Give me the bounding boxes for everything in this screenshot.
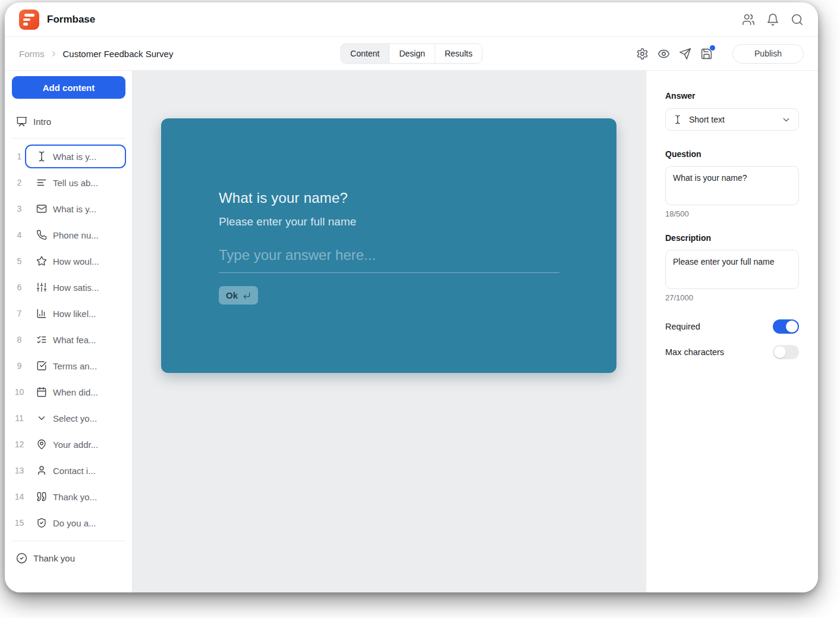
sidebar-item-3[interactable]: What is y... (25, 197, 126, 221)
description-input[interactable]: Please enter your full name (665, 250, 799, 289)
sidebar-item-5[interactable]: How woul... (25, 249, 126, 273)
brand-name: Formbase (47, 14, 95, 26)
app-header: Formbase (5, 2, 818, 37)
item-label: Your addr... (53, 440, 98, 450)
breadcrumb: Forms Customer Feedback Survey (19, 49, 173, 59)
item-label: How satis... (53, 283, 99, 293)
item-label: How woul... (53, 256, 99, 266)
star-icon (36, 256, 47, 266)
item-label: How likel... (53, 309, 96, 319)
sidebar-item-9[interactable]: Terms an... (25, 354, 126, 378)
sidebar-item-row: 10 When did... (5, 379, 132, 405)
bar-chart-icon (36, 308, 47, 319)
sidebar-item-12[interactable]: Your addr... (25, 432, 126, 456)
notifications-bell-icon[interactable] (766, 13, 779, 26)
sidebar-item-row: 15 Do you a... (5, 510, 132, 536)
ok-button[interactable]: Ok (219, 286, 258, 305)
phone-icon (36, 230, 47, 240)
item-number: 9 (14, 361, 24, 371)
toggle-knob (774, 346, 786, 358)
sidebar-item-row: 1 What is y... (5, 143, 132, 170)
answer-input-placeholder[interactable]: Type your answer here... (219, 247, 559, 273)
share-send-icon[interactable] (679, 48, 691, 60)
max-characters-toggle[interactable] (773, 345, 799, 359)
item-label: Thank yo... (53, 492, 97, 502)
app-window: Formbase Forms Customer Feedback Survey … (5, 2, 818, 592)
text-cursor-icon (36, 151, 47, 162)
question-input[interactable]: What is your name? (665, 166, 799, 205)
sidebar-item-10[interactable]: When did... (25, 380, 126, 404)
chevron-down-icon (781, 115, 791, 125)
publish-button[interactable]: Publish (732, 44, 804, 64)
item-number: 13 (14, 466, 24, 475)
brand: Formbase (19, 10, 95, 30)
sidebar-item-row: 11 Select yo... (5, 405, 132, 431)
calendar-icon (36, 387, 47, 397)
square-check-icon (36, 360, 47, 371)
settings-gear-icon[interactable] (636, 48, 649, 60)
item-label: Do you a... (53, 518, 96, 528)
item-label: Phone nu... (53, 230, 99, 240)
sidebar-item-8[interactable]: What fea... (25, 328, 126, 352)
add-content-button[interactable]: Add content (12, 76, 125, 99)
sidebar-item-4[interactable]: Phone nu... (25, 223, 126, 247)
sidebar-item-row: 9 Terms an... (5, 353, 132, 379)
required-label: Required (665, 322, 700, 331)
max-characters-row: Max characters (665, 345, 799, 359)
sidebar-item-list: 1 What is y... 2 Tell us ab... 3 What is… (5, 143, 132, 536)
sidebar-item-row: 8 What fea... (5, 327, 132, 353)
users-icon[interactable] (742, 13, 755, 26)
sidebar-item-row: 5 How woul... (5, 248, 132, 274)
required-toggle[interactable] (773, 319, 799, 334)
item-label: When did... (53, 387, 98, 397)
tab-design[interactable]: Design (389, 44, 435, 63)
answer-type-select[interactable]: Short text (665, 108, 799, 131)
tab-results[interactable]: Results (435, 44, 482, 63)
item-number: 10 (14, 387, 24, 397)
main-area: Add content Intro 1 What is y... 2 Tell … (5, 71, 818, 592)
breadcrumb-forms-link[interactable]: Forms (19, 49, 45, 59)
map-pin-icon (36, 439, 47, 450)
search-icon[interactable] (791, 13, 804, 26)
item-label: Select yo... (53, 413, 97, 423)
item-number: 2 (14, 178, 24, 187)
sidebar-item-2[interactable]: Tell us ab... (25, 171, 126, 195)
sidebar-item-row: 12 Your addr... (5, 431, 132, 457)
sidebar-divider (11, 541, 126, 541)
required-row: Required (665, 319, 799, 334)
toolbar: Forms Customer Feedback Survey Content D… (5, 37, 818, 71)
text-cursor-icon (673, 115, 682, 124)
sidebar-item-1[interactable]: What is y... (25, 145, 126, 168)
answer-label: Answer (665, 91, 799, 101)
sidebar-item-row: 2 Tell us ab... (5, 170, 132, 196)
preview-eye-icon[interactable] (657, 48, 670, 60)
enter-key-icon (243, 291, 251, 300)
save-button[interactable] (700, 48, 713, 60)
question-description: Please enter your full name (219, 215, 616, 228)
item-number: 7 (14, 309, 24, 318)
shield-check-icon (36, 517, 47, 528)
sidebar-item-intro[interactable]: Intro (5, 109, 132, 133)
sidebar-item-13[interactable]: Contact i... (25, 459, 126, 482)
item-number: 4 (14, 230, 24, 240)
tab-content[interactable]: Content (341, 44, 389, 63)
sidebar-item-row: 7 How likel... (5, 300, 132, 327)
formbase-logo-icon (19, 10, 39, 30)
item-number: 3 (14, 204, 24, 214)
view-tabs: Content Design Results (340, 43, 482, 64)
sidebar-item-thank-you[interactable]: Thank you (5, 546, 132, 570)
sidebar-item-7[interactable]: How likel... (25, 302, 126, 325)
sidebar-item-11[interactable]: Select yo... (25, 406, 126, 430)
question-label: Question (665, 149, 799, 159)
item-number: 12 (14, 440, 24, 449)
description-char-counter: 27/1000 (665, 293, 799, 302)
description-label: Description (665, 233, 799, 243)
item-number: 11 (14, 413, 24, 423)
form-canvas: What is your name? Please enter your ful… (133, 71, 646, 592)
circle-check-icon (16, 553, 27, 564)
sidebar-item-15[interactable]: Do you a... (25, 511, 126, 535)
sidebar-item-6[interactable]: How satis... (25, 275, 126, 299)
item-number: 15 (14, 518, 24, 528)
question-preview-card: What is your name? Please enter your ful… (161, 118, 616, 373)
sidebar-item-14[interactable]: Thank yo... (25, 485, 126, 509)
